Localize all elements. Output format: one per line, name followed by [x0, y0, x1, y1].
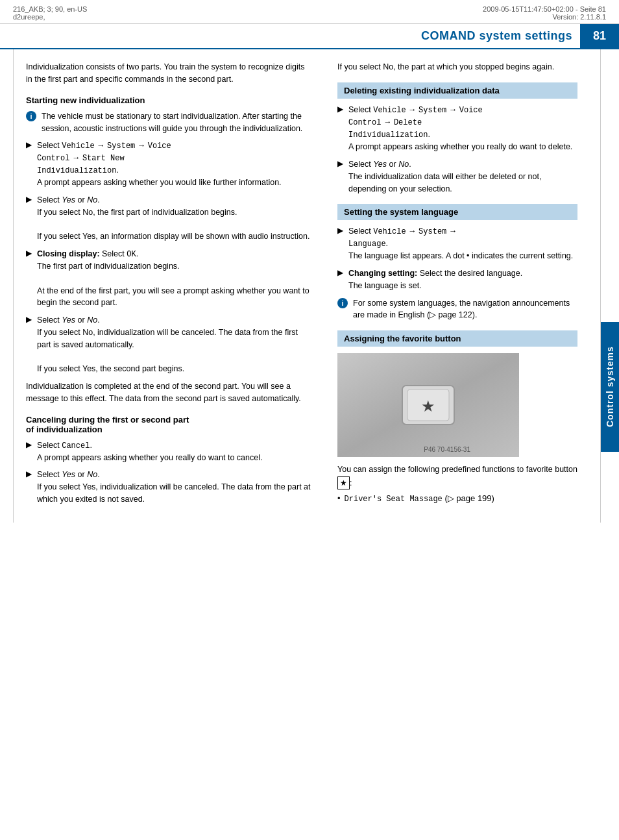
arrow-item-3: ▶ Closing display: Select OK. The first …: [26, 248, 311, 309]
lang-arrow-content-2: Changing setting: Select the desired lan…: [348, 267, 522, 292]
del-arrow-content-1: Select Vehicle → System → Voice Control …: [348, 104, 572, 153]
arrow-item-2: ▶ Select Yes or No. If you select No, th…: [26, 194, 311, 243]
arrow-item-1: ▶ Select Vehicle → System → VoiceControl…: [26, 140, 311, 189]
arrow-content-1: Select Vehicle → System → VoiceControl →…: [37, 140, 282, 189]
section-2-strong: Canceling during the first or second par…: [26, 415, 189, 434]
arrow-item-4: ▶ Select Yes or No. If you select No, in…: [26, 314, 311, 375]
info-text-1: The vehicle must be stationary to start …: [42, 110, 311, 135]
del-arrow-content-2: Select Yes or No. The individualization …: [348, 158, 577, 195]
arrow-2-sub1: If you select No, the first part of indi…: [37, 208, 237, 217]
favorite-button-image: ★ P46 70-4156-31: [337, 353, 519, 457]
header-right-bottom: Version: 2.11.8.1: [483, 13, 606, 21]
lang-arrow-1-sub: The language list appears. A dot • indic…: [348, 251, 573, 260]
del-arrow-icon-1: ▶: [337, 105, 343, 114]
arrow-3-sub1: The first part of individualization begi…: [37, 262, 180, 271]
section-heading-3: Deleting existing individualization data: [337, 82, 577, 99]
main-content: Control systems Individualization consis…: [0, 49, 619, 523]
arrow-3-sub2: At the end of the first part, you will s…: [37, 286, 310, 308]
cancel-arrow-2: ▶ Select Yes or No. If you select Yes, i…: [26, 469, 311, 505]
fav-star-box: ★: [337, 476, 350, 490]
header-left-bottom: d2ureepe,: [13, 13, 87, 21]
changing-setting-label: Changing setting:: [348, 269, 417, 278]
arrow-1-sub: A prompt appears asking whether you woul…: [37, 178, 282, 187]
info-box-2: i For some system languages, the navigat…: [337, 297, 577, 322]
lang-arrow-2: ▶ Changing setting: Select the desired l…: [337, 267, 577, 292]
del-arrow-2: ▶ Select Yes or No. The individualizatio…: [337, 158, 577, 195]
arrow-4-sub2: If you select Yes, the second part begin…: [37, 364, 184, 373]
image-inner: ★ P46 70-4156-31: [337, 353, 519, 457]
arrow-1-text: Select Vehicle → System → VoiceControl →…: [37, 141, 171, 175]
section-heading-4: Setting the system language: [337, 204, 577, 220]
arrow-1: ▶: [26, 140, 32, 149]
del-arrow-1: ▶ Select Vehicle → System → Voice Contro…: [337, 104, 577, 153]
info-text-2: For some system languages, the navigatio…: [353, 297, 577, 322]
right-column: If you select No, the part at which you …: [324, 49, 616, 523]
lang-arrow-icon-1: ▶: [337, 226, 343, 235]
cancel-arrow-1: ▶ Select Cancel. A prompt appears asking…: [26, 439, 311, 464]
lang-arrow-1: ▶ Select Vehicle → System → Language. Th…: [337, 225, 577, 262]
para1: Individualization is completed at the en…: [26, 380, 311, 406]
arrow-3: ▶: [26, 249, 32, 258]
fav-item-1-text: Driver's Seat Massage (▷ page 199): [345, 493, 494, 504]
info-icon-1: i: [26, 111, 36, 121]
fav-item-1: • Driver's Seat Massage (▷ page 199): [337, 493, 577, 504]
page-title: COMAND system settings: [0, 24, 580, 48]
arrow-4: ▶: [26, 315, 32, 324]
arrow-2: ▶: [26, 195, 32, 204]
info-icon-2: i: [337, 298, 348, 308]
side-tab: Control systems: [601, 322, 619, 452]
cancel-arrow-2-sub1: If you select Yes, individualization wil…: [37, 482, 311, 504]
arrow-4-sub1: If you select No, individualization will…: [37, 328, 298, 349]
lang-arrow-2-sub: The language is set.: [348, 281, 422, 290]
section-heading-5: Assigning the favorite button: [337, 330, 577, 347]
arrow-content-3: Closing display: Select OK. The first pa…: [37, 248, 311, 309]
del-arrow-icon-2: ▶: [337, 159, 343, 168]
cancel-arrow-1-sub: A prompt appears asking whether you real…: [37, 453, 262, 462]
car-console-svg: ★ P46 70-4156-31: [337, 353, 519, 457]
del-arrow-1-sub: A prompt appears asking whether you real…: [348, 142, 572, 151]
title-bar: COMAND system settings 81: [0, 24, 619, 49]
svg-text:P46 70-4156-31: P46 70-4156-31: [424, 446, 470, 453]
bullet-1: •: [337, 493, 341, 503]
fav-text: You can assign the following predefined …: [337, 463, 577, 489]
cancel-arrow-icon-1: ▶: [26, 440, 32, 449]
lang-arrow-icon-2: ▶: [337, 268, 343, 277]
header-right-top: 2009-05-15T11:47:50+02:00 - Seite 81: [483, 5, 606, 13]
page-header: 216_AKB; 3; 90, en-US d2ureepe, 2009-05-…: [0, 0, 619, 24]
no-text: If you select No, the part at which you …: [337, 61, 577, 73]
header-left: 216_AKB; 3; 90, en-US d2ureepe,: [13, 5, 87, 21]
arrow-content-2: Select Yes or No. If you select No, the …: [37, 194, 310, 243]
svg-text:★: ★: [421, 397, 435, 415]
page-number: 81: [580, 24, 619, 48]
fav-text-content: You can assign the following predefined …: [337, 465, 577, 474]
closing-display-label: Closing display:: [37, 249, 100, 258]
left-column: Individualization consists of two parts.…: [0, 49, 324, 523]
cancel-arrow-content-2: Select Yes or No. If you select Yes, ind…: [37, 469, 311, 505]
intro-paragraph: Individualization consists of two parts.…: [26, 61, 311, 86]
del-arrow-2-sub: The individualization data will either b…: [348, 172, 541, 193]
info-box-1: i The vehicle must be stationary to star…: [26, 110, 311, 135]
section-heading-1: Starting new individualization: [26, 95, 311, 105]
left-border: [13, 49, 14, 523]
section-heading-2: Canceling during the first or second par…: [26, 415, 311, 434]
header-right: 2009-05-15T11:47:50+02:00 - Seite 81 Ver…: [483, 5, 606, 21]
arrow-content-4: Select Yes or No. If you select No, indi…: [37, 314, 311, 375]
arrow-2-sub2: If you select Yes, an information displa…: [37, 232, 310, 241]
cancel-arrow-icon-2: ▶: [26, 469, 32, 478]
lang-arrow-content-1: Select Vehicle → System → Language. The …: [348, 225, 573, 262]
cancel-arrow-content-1: Select Cancel. A prompt appears asking w…: [37, 439, 262, 464]
header-left-top: 216_AKB; 3; 90, en-US: [13, 5, 87, 13]
